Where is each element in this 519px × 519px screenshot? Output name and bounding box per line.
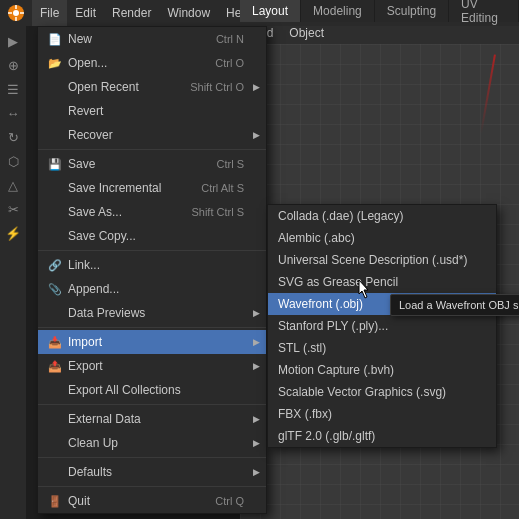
sidebar-icon-4[interactable]: ↻ — [2, 126, 24, 148]
link-icon: 🔗 — [46, 256, 64, 274]
separator-5 — [38, 457, 266, 458]
blender-logo — [4, 1, 28, 25]
external-data-icon — [46, 410, 64, 428]
sidebar-icon-7[interactable]: ✂ — [2, 198, 24, 220]
tab-sculpting[interactable]: Sculpting — [375, 0, 449, 22]
tab-uv-editing[interactable]: UV Editing — [449, 0, 519, 22]
menu-save-copy[interactable]: Save Copy... — [38, 224, 266, 248]
svg-point-1 — [13, 10, 19, 16]
import-icon: 📥 — [46, 333, 64, 351]
separator-4 — [38, 404, 266, 405]
menu-append[interactable]: 📎 Append... — [38, 277, 266, 301]
save-incremental-icon — [46, 179, 64, 197]
sidebar-icon-2[interactable]: ☰ — [2, 78, 24, 100]
menu-export-all-collections[interactable]: Export All Collections — [38, 378, 266, 402]
menu-recover[interactable]: Recover — [38, 123, 266, 147]
menu-save[interactable]: 💾 Save Ctrl S — [38, 152, 266, 176]
separator-1 — [38, 149, 266, 150]
menu-revert[interactable]: Revert — [38, 99, 266, 123]
quit-icon: 🚪 — [46, 492, 64, 510]
menu-import[interactable]: 📥 Import — [38, 330, 266, 354]
revert-icon — [46, 102, 64, 120]
sidebar-icon-3[interactable]: ↔ — [2, 102, 24, 124]
menu-quit[interactable]: 🚪 Quit Ctrl Q — [38, 489, 266, 513]
menu-open[interactable]: 📂 Open... Ctrl O — [38, 51, 266, 75]
separator-3 — [38, 327, 266, 328]
menu-render[interactable]: Render — [104, 0, 159, 26]
menu-save-as[interactable]: Save As... Shift Ctrl S — [38, 200, 266, 224]
export-all-icon — [46, 381, 64, 399]
save-copy-icon — [46, 227, 64, 245]
import-stl[interactable]: STL (.stl) — [268, 337, 496, 359]
menu-clean-up[interactable]: Clean Up — [38, 431, 266, 455]
menu-external-data[interactable]: External Data — [38, 407, 266, 431]
left-sidebar: ▶ ⊕ ☰ ↔ ↻ ⬡ △ ✂ ⚡ — [0, 26, 26, 519]
menu-window[interactable]: Window — [159, 0, 218, 26]
menu-defaults[interactable]: Defaults — [38, 460, 266, 484]
import-stanford-ply[interactable]: Stanford PLY (.ply)... — [268, 315, 496, 337]
open-icon: 📂 — [46, 54, 64, 72]
import-alembic[interactable]: Alembic (.abc) — [268, 227, 496, 249]
append-icon: 📎 — [46, 280, 64, 298]
data-previews-icon — [46, 304, 64, 322]
menu-open-recent[interactable]: Open Recent Shift Ctrl O — [38, 75, 266, 99]
import-gltf[interactable]: glTF 2.0 (.glb/.gltf) — [268, 425, 496, 447]
save-icon: 💾 — [46, 155, 64, 173]
import-svg[interactable]: Scalable Vector Graphics (.svg) — [268, 381, 496, 403]
separator-2 — [38, 250, 266, 251]
export-icon: 📤 — [46, 357, 64, 375]
import-submenu: Collada (.dae) (Legacy) Alembic (.abc) U… — [267, 204, 497, 448]
tab-layout[interactable]: Layout — [240, 0, 301, 22]
tooltip: Load a Wavefront OBJ scene. — [390, 294, 519, 316]
import-motion-capture[interactable]: Motion Capture (.bvh) — [268, 359, 496, 381]
import-fbx[interactable]: FBX (.fbx) — [268, 403, 496, 425]
menu-link[interactable]: 🔗 Link... — [38, 253, 266, 277]
save-as-icon — [46, 203, 64, 221]
tab-modeling[interactable]: Modeling — [301, 0, 375, 22]
menu-file[interactable]: File — [32, 0, 67, 26]
sidebar-icon-5[interactable]: ⬡ — [2, 150, 24, 172]
clean-up-icon — [46, 434, 64, 452]
open-recent-icon — [46, 78, 64, 96]
separator-6 — [38, 486, 266, 487]
import-svg-grease-pencil[interactable]: SVG as Grease Pencil — [268, 271, 496, 293]
toolbar-object[interactable]: Object — [285, 26, 328, 40]
sidebar-icon-6[interactable]: △ — [2, 174, 24, 196]
menu-export[interactable]: 📤 Export — [38, 354, 266, 378]
menu-data-previews[interactable]: Data Previews — [38, 301, 266, 325]
defaults-icon — [46, 463, 64, 481]
menu-edit[interactable]: Edit — [67, 0, 104, 26]
sidebar-icon-0[interactable]: ▶ — [2, 30, 24, 52]
file-menu-dropdown: 📄 New Ctrl N 📂 Open... Ctrl O Open Recen… — [37, 26, 267, 514]
recover-icon — [46, 126, 64, 144]
menu-save-incremental[interactable]: Save Incremental Ctrl Alt S — [38, 176, 266, 200]
workspace-tabs: Layout Modeling Sculpting UV Editing — [240, 0, 519, 22]
sidebar-icon-1[interactable]: ⊕ — [2, 54, 24, 76]
import-usd[interactable]: Universal Scene Description (.usd*) — [268, 249, 496, 271]
new-icon: 📄 — [46, 30, 64, 48]
menu-new[interactable]: 📄 New Ctrl N — [38, 27, 266, 51]
sidebar-icon-8[interactable]: ⚡ — [2, 222, 24, 244]
import-collada[interactable]: Collada (.dae) (Legacy) — [268, 205, 496, 227]
